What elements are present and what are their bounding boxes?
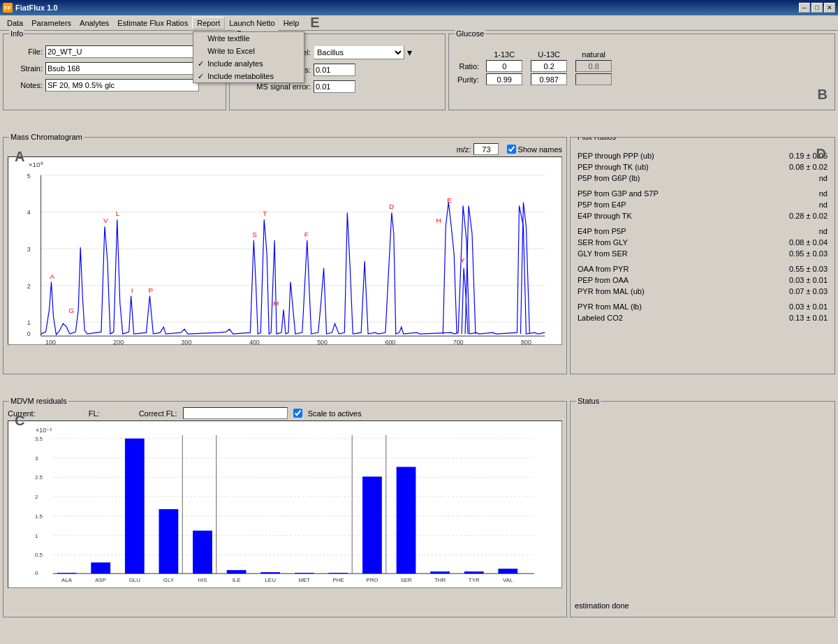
svg-text:GLY: GLY: [163, 577, 175, 583]
flux-name: PYR from MAL (lb): [575, 301, 744, 312]
mass-chromatogram-chart: ×10⁶ 5 4 3 2 1 0 100 200 300 4: [8, 156, 562, 345]
bar-ILE: [227, 570, 247, 573]
ratio-2-input[interactable]: [531, 60, 567, 72]
dropdown-include-metabolites[interactable]: Include metabolites: [193, 70, 304, 82]
svg-text:I: I: [131, 286, 133, 294]
flux-name: PYR from MAL (ub): [575, 286, 744, 297]
mdvm-residuals-section: MDVM residuals C Current: FL: Correct FL…: [3, 401, 567, 617]
svg-text:600: 600: [385, 339, 395, 345]
flux-row: SER from GLY0.08 ± 0.04: [575, 237, 830, 248]
purity-3-input: [575, 73, 612, 85]
flux-row: E4P through TK0.28 ± 0.02: [575, 210, 830, 221]
svg-text:E: E: [447, 196, 452, 204]
strain-label: Strain:: [8, 64, 43, 73]
svg-text:500: 500: [317, 339, 328, 345]
mdvm-title: MDVM residuals: [9, 397, 68, 405]
menu-help[interactable]: Help: [279, 17, 304, 29]
flux-row: Labeled CO20.13 ± 0.01: [575, 312, 830, 323]
model-select[interactable]: Bacillus: [314, 45, 404, 59]
menu-data[interactable]: Data: [3, 17, 27, 29]
svg-text:400: 400: [249, 339, 260, 345]
dropdown-write-excel[interactable]: Write to Excel: [193, 45, 304, 57]
label-C: C: [15, 413, 24, 429]
mz-label: m/z:: [457, 145, 471, 154]
mdvm-chart: ×10⁻³ 3.5 3 2.5 2 1.5 1 0.5 0: [8, 420, 562, 588]
file-label: File:: [8, 47, 43, 56]
flux-value: nd: [744, 188, 830, 199]
label-A: A: [15, 149, 24, 165]
svg-text:1: 1: [27, 319, 31, 326]
svg-text:200: 200: [113, 339, 124, 345]
scale-label: Scale to actives: [308, 409, 362, 418]
file-input[interactable]: [45, 45, 199, 58]
purity-2-input[interactable]: [531, 73, 567, 85]
dropdown-write-textfile[interactable]: Write textfile: [193, 32, 304, 45]
svg-text:3: 3: [27, 246, 31, 253]
svg-text:THR: THR: [434, 577, 446, 583]
flux-row: PEP through PPP (ub)0.19 ± 0.05: [575, 150, 830, 161]
flux-value: 0.03 ± 0.01: [744, 301, 830, 312]
menu-estimate-flux-ratios[interactable]: Estimate Flux Ratios: [113, 17, 192, 29]
flux-value: 0.13 ± 0.01: [744, 312, 830, 323]
bar-PHE: [328, 573, 348, 573]
svg-text:M: M: [273, 300, 279, 307]
notes-label: Notes:: [8, 81, 43, 89]
glucose-table: 1-13C U-13C natural Ratio: Purity:: [453, 50, 616, 86]
svg-text:SER: SER: [400, 577, 412, 583]
flux-name: P5P from G6P (lb): [575, 173, 744, 184]
flux-name: GLY from SER: [575, 248, 744, 259]
bar-SER: [397, 467, 416, 573]
flux-row: P5P from G3P and S7Pnd: [575, 188, 830, 199]
svg-text:800: 800: [521, 339, 531, 345]
flux-row: E4P from P5Pnd: [575, 226, 830, 237]
mz-input[interactable]: [473, 143, 499, 155]
flux-name: P5P from G3P and S7P: [575, 188, 744, 199]
flux-name: PEP through PPP (ub): [575, 150, 744, 161]
bar-ASP: [91, 562, 110, 573]
app-icon: FF: [3, 3, 13, 13]
svg-text:PHE: PHE: [332, 577, 344, 583]
status-value: estimation done: [575, 601, 629, 610]
svg-text:H: H: [436, 217, 441, 224]
scale-checkbox[interactable]: [293, 409, 302, 418]
strain-input[interactable]: [45, 62, 199, 75]
glucose-title: Glucose: [455, 29, 485, 38]
bar-MET: [295, 573, 314, 573]
ratio-1-input[interactable]: [486, 60, 522, 72]
svg-text:3.5: 3.5: [35, 436, 43, 442]
close-button[interactable]: ✕: [824, 3, 835, 13]
bar-THR: [430, 571, 450, 573]
flux-value: nd: [744, 226, 830, 237]
app-title: FiatFlux 1.0: [15, 3, 58, 12]
ms-error-label: MS signal error:: [234, 82, 311, 91]
flux-ratios-section: Flux Ratios D PEP through PPP (ub)0.19 ±…: [570, 137, 835, 374]
unlabeled-input[interactable]: [314, 64, 355, 76]
menu-parameters[interactable]: Parameters: [27, 17, 75, 29]
ms-error-input[interactable]: [314, 80, 355, 93]
correct-fl-input[interactable]: [183, 407, 288, 419]
menu-launch-netto[interactable]: Launch Netto: [225, 17, 279, 29]
svg-text:2: 2: [27, 283, 31, 290]
flux-value: nd: [744, 199, 830, 210]
svg-text:S: S: [252, 230, 257, 238]
svg-text:×10⁻³: ×10⁻³: [36, 427, 52, 434]
svg-text:PRO: PRO: [366, 577, 378, 583]
minimize-button[interactable]: ─: [799, 3, 810, 13]
dropdown-include-analytes[interactable]: Include analytes: [193, 57, 304, 70]
glucose-section: Glucose B 1-13C U-13C natural Ratio: Pur…: [448, 34, 835, 110]
flux-value: 0.55 ± 0.03: [744, 263, 830, 275]
purity-1-input[interactable]: [486, 73, 522, 85]
flux-value: 0.08 ± 0.04: [744, 237, 830, 248]
svg-text:100: 100: [45, 339, 56, 345]
flux-value: 0.07 ± 0.03: [744, 286, 830, 297]
svg-text:Y: Y: [460, 256, 465, 264]
flux-name: OAA from PYR: [575, 263, 744, 275]
notes-input[interactable]: [45, 79, 199, 92]
svg-text:ILE: ILE: [233, 577, 241, 583]
menu-analytes[interactable]: Analytes: [75, 17, 113, 29]
maximize-button[interactable]: □: [811, 3, 823, 13]
menu-report[interactable]: Report Write textfile Write to Excel Inc…: [192, 17, 225, 29]
show-names-checkbox[interactable]: [507, 145, 516, 154]
bar-PRO: [362, 476, 382, 573]
flux-row: PEP through TK (ub)0.08 ± 0.02: [575, 161, 830, 173]
